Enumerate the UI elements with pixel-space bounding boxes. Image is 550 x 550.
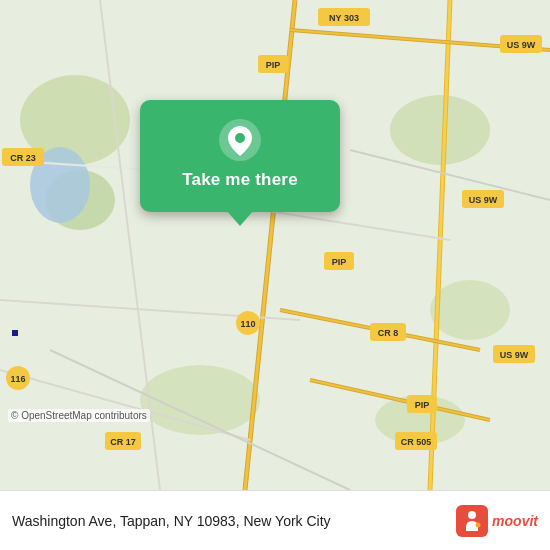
svg-text:CR 23: CR 23	[10, 153, 36, 163]
svg-point-53	[235, 133, 245, 143]
navigation-popup[interactable]: Take me there	[140, 100, 340, 212]
location-text: Washington Ave, Tappan, NY 10983, New Yo…	[12, 513, 456, 529]
svg-point-5	[430, 280, 510, 340]
svg-text:CR 505: CR 505	[401, 437, 432, 447]
map-container: NY 303 US 9W US 9W US 9W CR 23 PIP PIP P…	[0, 0, 550, 490]
copyright-text: © OpenStreetMap contributors	[8, 409, 150, 422]
svg-text:CR 17: CR 17	[110, 437, 136, 447]
svg-text:US 9W: US 9W	[500, 350, 529, 360]
svg-point-4	[390, 95, 490, 165]
svg-rect-51	[12, 330, 18, 336]
moovit-text: moovit	[492, 513, 538, 529]
svg-text:NY 303: NY 303	[329, 13, 359, 23]
take-me-there-button[interactable]: Take me there	[182, 170, 298, 190]
svg-text:CR 8: CR 8	[378, 328, 399, 338]
svg-point-56	[476, 522, 481, 527]
svg-text:116: 116	[10, 374, 25, 384]
svg-text:PIP: PIP	[332, 257, 347, 267]
svg-text:PIP: PIP	[266, 60, 281, 70]
moovit-icon	[456, 505, 488, 537]
moovit-logo: moovit	[456, 505, 538, 537]
location-pin-icon	[218, 118, 262, 162]
svg-text:US 9W: US 9W	[469, 195, 498, 205]
svg-text:110: 110	[240, 319, 255, 329]
svg-text:PIP: PIP	[415, 400, 430, 410]
svg-point-55	[468, 511, 476, 519]
svg-text:US 9W: US 9W	[507, 40, 536, 50]
bottom-bar: Washington Ave, Tappan, NY 10983, New Yo…	[0, 490, 550, 550]
